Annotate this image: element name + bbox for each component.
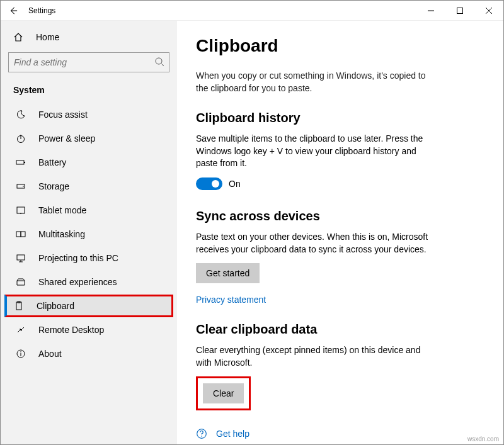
remote-icon	[16, 325, 27, 335]
history-toggle[interactable]	[196, 177, 222, 190]
titlebar: Settings	[1, 1, 503, 21]
sidebar: Home System Focus assist Power & sleep B…	[1, 21, 177, 444]
sidebar-item-tablet-mode[interactable]: Tablet mode	[4, 199, 173, 222]
sidebar-item-label: Remote Desktop	[38, 325, 104, 335]
sidebar-item-power-sleep[interactable]: Power & sleep	[4, 127, 173, 150]
sidebar-item-label: Storage	[38, 181, 69, 191]
search-input[interactable]	[8, 52, 169, 72]
storage-icon	[16, 181, 27, 191]
svg-rect-4	[24, 162, 25, 163]
help-icon	[196, 428, 207, 439]
minimize-button[interactable]	[416, 1, 445, 21]
sidebar-item-projecting[interactable]: Projecting to this PC	[4, 247, 173, 269]
sidebar-item-focus-assist[interactable]: Focus assist	[4, 103, 173, 126]
maximize-button[interactable]	[445, 1, 474, 21]
svg-point-14	[20, 351, 21, 352]
info-icon	[16, 349, 27, 359]
sidebar-item-label: Shared experiences	[38, 277, 117, 287]
svg-point-6	[23, 186, 24, 187]
home-link[interactable]: Home	[4, 28, 173, 46]
svg-point-1	[156, 58, 162, 64]
multitasking-icon	[16, 229, 27, 239]
sync-heading: Sync across devices	[196, 209, 484, 223]
privacy-link[interactable]: Privacy statement	[196, 295, 266, 305]
main-content: Clipboard When you copy or cut something…	[177, 21, 503, 444]
help-link[interactable]: Get help	[216, 429, 249, 439]
sidebar-item-label: Tablet mode	[38, 205, 86, 215]
sidebar-item-clipboard[interactable]: Clipboard	[4, 295, 173, 317]
svg-rect-9	[21, 232, 25, 237]
svg-rect-3	[16, 161, 24, 164]
sidebar-item-label: Battery	[38, 157, 66, 167]
history-toggle-label: On	[229, 179, 241, 189]
sidebar-item-about[interactable]: About	[4, 342, 173, 365]
svg-rect-8	[16, 232, 21, 237]
history-text: Save multiple items to the clipboard to …	[196, 133, 435, 170]
window-title: Settings	[28, 6, 55, 15]
history-heading: Clipboard history	[196, 111, 484, 125]
clear-text: Clear everything (except pinned items) o…	[196, 344, 435, 369]
window-controls	[416, 1, 503, 21]
page-title: Clipboard	[196, 36, 484, 56]
sidebar-item-storage[interactable]: Storage	[4, 175, 173, 198]
clipboard-icon	[14, 301, 25, 311]
sidebar-item-remote[interactable]: Remote Desktop	[4, 318, 173, 341]
watermark: wsxdn.com	[467, 436, 499, 442]
sidebar-item-label: Power & sleep	[38, 133, 95, 144]
sidebar-item-shared[interactable]: Shared experiences	[4, 271, 173, 293]
sidebar-item-battery[interactable]: Battery	[4, 151, 173, 174]
moon-icon	[16, 110, 27, 120]
home-icon	[13, 32, 25, 42]
svg-point-16	[201, 436, 202, 437]
sidebar-item-label: Focus assist	[38, 110, 88, 120]
clear-heading: Clear clipboard data	[196, 322, 484, 337]
projecting-icon	[16, 253, 27, 263]
get-started-button[interactable]: Get started	[196, 263, 260, 283]
sidebar-item-label: Multitasking	[38, 229, 85, 239]
category-title: System	[4, 82, 173, 103]
page-intro: When you copy or cut something in Window…	[196, 70, 435, 94]
sidebar-item-label: Projecting to this PC	[38, 253, 118, 263]
sidebar-item-multitasking[interactable]: Multitasking	[4, 223, 173, 245]
svg-rect-7	[17, 207, 25, 213]
back-icon[interactable]	[7, 6, 20, 15]
search-icon	[154, 57, 164, 67]
sync-text: Paste text on your other devices. When t…	[196, 231, 435, 256]
svg-rect-11	[16, 302, 21, 310]
clear-button[interactable]: Clear	[203, 383, 244, 403]
sidebar-item-label: About	[38, 349, 62, 359]
home-label: Home	[36, 32, 59, 42]
tablet-icon	[16, 205, 27, 215]
power-icon	[16, 133, 27, 144]
close-button[interactable]	[474, 1, 503, 21]
svg-rect-0	[457, 8, 463, 13]
shared-icon	[16, 277, 27, 287]
sidebar-item-label: Clipboard	[37, 301, 74, 311]
svg-rect-10	[17, 255, 25, 260]
battery-icon	[16, 157, 27, 167]
